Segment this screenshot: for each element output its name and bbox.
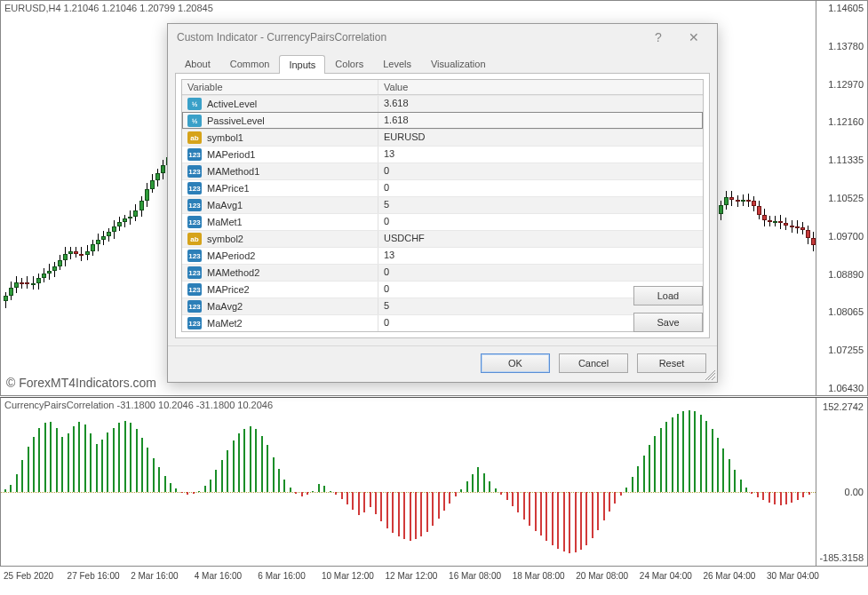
y-tick-label: 1.08890 — [828, 269, 864, 280]
time-x-axis: 25 Feb 202027 Feb 16:002 Mar 16:004 Mar … — [0, 567, 868, 595]
watermark-label: © ForexMT4Indicators.com — [6, 376, 156, 390]
input-row[interactable]: 123MAMethod20 — [182, 264, 703, 281]
variable-name: MAPrice2 — [207, 284, 250, 295]
input-row[interactable]: 123MAPrice20 — [182, 281, 703, 298]
tab-colors[interactable]: Colors — [325, 54, 373, 73]
help-button[interactable]: ? — [641, 28, 676, 47]
variable-value[interactable]: USDCHF — [378, 231, 703, 247]
indicator-subwindow[interactable]: CurrencyPairsCorrelation -31.1800 10.204… — [0, 397, 868, 567]
type-icon: 123 — [187, 165, 202, 178]
type-icon: 123 — [187, 250, 202, 262]
variable-value[interactable]: EURUSD — [378, 130, 703, 146]
type-icon: ab — [187, 233, 202, 245]
y-tick-label: -185.3158 — [819, 552, 864, 563]
tab-inputs[interactable]: Inputs — [279, 55, 325, 74]
resize-grip-icon[interactable] — [705, 369, 715, 380]
type-icon: ½ — [187, 98, 202, 110]
type-icon: 123 — [187, 300, 202, 313]
variable-name: MaAvg1 — [207, 200, 243, 210]
reset-button[interactable]: Reset — [637, 353, 706, 373]
indicator-y-axis: 152.27420.00-185.3158 — [816, 398, 867, 566]
input-row[interactable]: 123MAPeriod213 — [182, 247, 703, 264]
variable-value[interactable]: 0 — [378, 265, 703, 281]
x-tick-label: 4 Mar 16:00 — [195, 571, 242, 581]
variable-name: MaAvg2 — [207, 301, 243, 312]
type-icon: 123 — [187, 199, 202, 211]
y-tick-label: 1.12970 — [828, 79, 864, 90]
y-tick-label: 1.06430 — [828, 383, 864, 393]
input-row[interactable]: 123MaAvg15 — [182, 196, 703, 213]
type-icon: 123 — [187, 148, 202, 161]
x-tick-label: 26 Mar 04:00 — [703, 571, 755, 581]
x-tick-label: 2 Mar 16:00 — [131, 571, 178, 581]
input-row[interactable]: 123MaAvg25 — [182, 298, 703, 314]
y-tick-label: 152.2742 — [823, 401, 864, 412]
tab-about[interactable]: About — [175, 54, 220, 73]
variable-name: ActiveLevel — [207, 99, 257, 109]
dialog-title: Custom Indicator - CurrencyPairsCorrelat… — [177, 31, 641, 44]
y-tick-label: 1.09700 — [828, 231, 864, 242]
input-row[interactable]: 123MaMet20 — [182, 314, 703, 331]
y-tick-label: 1.12160 — [828, 116, 864, 127]
load-button[interactable]: Load — [633, 286, 703, 305]
input-row[interactable]: 123MAPeriod113 — [182, 146, 703, 163]
variable-name: MAPrice1 — [207, 183, 250, 194]
input-row[interactable]: 123MaMet10 — [182, 213, 703, 230]
input-row[interactable]: 123MAMethod10 — [182, 163, 703, 179]
type-icon: 123 — [187, 216, 202, 228]
y-tick-label: 1.11335 — [828, 155, 864, 165]
type-icon: 123 — [187, 266, 202, 279]
y-tick-label: 0.00 — [845, 487, 864, 497]
x-tick-label: 20 Mar 08:00 — [576, 571, 628, 581]
type-icon: ab — [187, 131, 202, 144]
input-row[interactable]: absymbol1EURUSD — [182, 129, 703, 146]
tab-visualization[interactable]: Visualization — [421, 54, 496, 73]
type-icon: 123 — [187, 182, 202, 194]
x-tick-label: 16 Mar 08:00 — [449, 571, 501, 581]
input-row[interactable]: absymbol2USDCHF — [182, 230, 703, 247]
variable-value[interactable]: 3.618 — [378, 96, 703, 112]
variable-name: PassiveLevel — [207, 115, 265, 126]
x-tick-label: 27 Feb 16:00 — [68, 571, 120, 581]
dialog-footer: OK Cancel Reset — [168, 345, 717, 382]
variable-name: MAPeriod2 — [207, 250, 255, 261]
x-tick-label: 12 Mar 12:00 — [386, 571, 438, 581]
col-header-value[interactable]: Value — [378, 80, 703, 94]
price-y-axis: 1.146051.137801.129701.121601.113351.105… — [816, 1, 867, 395]
inputs-tab-body: Variable Value ½ActiveLevel3.618½Passive… — [175, 73, 710, 338]
variable-value[interactable]: 0 — [378, 180, 703, 196]
variable-value[interactable]: 5 — [378, 197, 703, 213]
variable-value[interactable]: 1.618 — [378, 113, 703, 129]
input-row[interactable]: 123MAPrice10 — [182, 179, 703, 196]
indicator-properties-dialog[interactable]: Custom Indicator - CurrencyPairsCorrelat… — [167, 23, 718, 383]
y-tick-label: 1.07255 — [828, 345, 864, 355]
dialog-titlebar[interactable]: Custom Indicator - CurrencyPairsCorrelat… — [168, 24, 717, 51]
variable-value[interactable]: 0 — [378, 214, 703, 230]
y-tick-label: 1.10525 — [828, 193, 864, 203]
tab-levels[interactable]: Levels — [373, 54, 421, 73]
tab-common[interactable]: Common — [220, 54, 280, 73]
cancel-button[interactable]: Cancel — [559, 353, 628, 373]
indicator-histogram — [1, 398, 816, 566]
variable-name: MAPeriod1 — [207, 149, 255, 160]
input-row[interactable]: ½PassiveLevel1.618 — [182, 112, 703, 129]
x-tick-label: 24 Mar 04:00 — [640, 571, 692, 581]
input-row[interactable]: ½ActiveLevel3.618 — [182, 95, 703, 112]
variable-name: MAMethod1 — [207, 166, 259, 177]
close-button[interactable]: ✕ — [676, 28, 712, 47]
ok-button[interactable]: OK — [481, 353, 550, 373]
variable-name: MaMet1 — [207, 217, 243, 227]
variable-value[interactable]: 13 — [378, 147, 703, 163]
save-button[interactable]: Save — [633, 313, 703, 332]
type-icon: 123 — [187, 283, 202, 296]
type-icon: 123 — [187, 317, 202, 329]
variable-name: MAMethod2 — [207, 267, 259, 278]
dialog-tabs: AboutCommonInputsColorsLevelsVisualizati… — [168, 51, 717, 73]
x-tick-label: 30 Mar 04:00 — [767, 571, 819, 581]
y-tick-label: 1.08065 — [828, 306, 864, 317]
type-icon: ½ — [187, 115, 202, 127]
variable-value[interactable]: 0 — [378, 163, 703, 179]
variable-value[interactable]: 13 — [378, 248, 703, 264]
col-header-variable[interactable]: Variable — [182, 80, 378, 94]
inputs-grid[interactable]: Variable Value ½ActiveLevel3.618½Passive… — [181, 79, 704, 332]
